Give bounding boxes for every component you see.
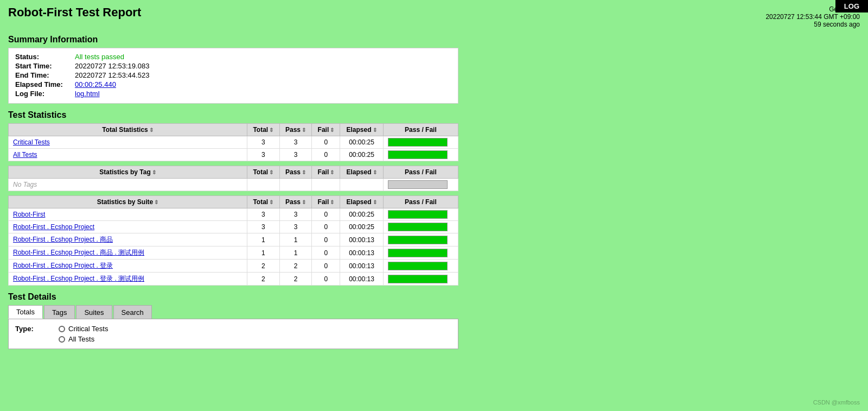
row-elapsed: 00:00:13 [340, 260, 383, 273]
row-name-link[interactable]: Critical Tests [13, 138, 50, 146]
pass-bar [388, 151, 447, 159]
suite-col-fail[interactable]: Fail⇕ [312, 196, 340, 208]
row-elapsed: 00:00:25 [340, 208, 383, 221]
tag-col-elapsed[interactable]: Elapsed⇕ [340, 166, 383, 179]
row-fail: 0 [312, 260, 340, 273]
no-tags-bar [388, 180, 448, 189]
row-total: 2 [247, 260, 280, 273]
total-col-passfail: Pass / Fail [383, 124, 458, 136]
radio-row: All Tests [59, 335, 108, 343]
logfile-row: Log File: log.html [15, 90, 451, 98]
tab-content: Type: Critical Tests All Tests [8, 319, 458, 349]
suite-col-elapsed[interactable]: Elapsed⇕ [340, 196, 383, 208]
suite-col-pass[interactable]: Pass⇕ [279, 196, 312, 208]
tag-col-passfail: Pass / Fail [383, 166, 458, 179]
row-pass: 1 [279, 233, 312, 246]
generated-datetime: 20220727 12:53:44 GMT +09:00 [765, 13, 860, 21]
row-total: 2 [247, 273, 280, 286]
row-total: 1 [247, 233, 280, 246]
pass-bar [388, 138, 447, 146]
start-time-row: Start Time: 20220727 12:53:19.083 [15, 62, 451, 70]
table-row: Robot-First . Ecshop Project . 登录 2 2 0 … [9, 260, 458, 273]
radio-row: Critical Tests [59, 325, 108, 333]
row-name-link[interactable]: Robot-First . Ecshop Project [13, 223, 94, 231]
radio-label: Critical Tests [68, 325, 108, 333]
total-col-name[interactable]: Total Statistics⇕ [9, 124, 247, 136]
generated-ago: 59 seconds ago [765, 21, 860, 28]
row-elapsed: 00:00:13 [340, 246, 383, 260]
end-label: End Time: [15, 71, 75, 79]
row-name-link[interactable]: All Tests [13, 151, 37, 159]
summary-box: Status: All tests passed Start Time: 202… [8, 48, 458, 104]
row-elapsed: 00:00:13 [340, 273, 383, 286]
row-name-link[interactable]: Robot-First . Ecshop Project . 商品 [13, 236, 113, 243]
statistics-heading: Test Statistics [8, 110, 860, 120]
row-fail: 0 [312, 208, 340, 221]
row-fail: 0 [312, 149, 340, 161]
radio-button[interactable] [59, 336, 65, 343]
tab-search[interactable]: Search [113, 305, 152, 319]
row-pass: 1 [279, 246, 312, 260]
tab-tags[interactable]: Tags [44, 305, 75, 319]
pass-fail-bar [388, 262, 448, 270]
pass-bar [388, 249, 447, 257]
row-pass: 2 [279, 273, 312, 286]
row-pass: 2 [279, 260, 312, 273]
elapsed-time-row: Elapsed Time: 00:00:25.440 [15, 80, 451, 88]
row-name-link[interactable]: Robot-First . Ecshop Project . 商品 . 测试用例 [13, 249, 144, 256]
table-row: Robot-First 3 3 0 00:00:25 [9, 208, 458, 221]
tag-statistics-table: Statistics by Tag⇕ Total⇕ Pass⇕ Fail⇕ El… [8, 166, 458, 191]
row-elapsed: 00:00:13 [340, 233, 383, 246]
row-name-link[interactable]: Robot-First . Ecshop Project . 登录 [13, 262, 113, 269]
table-row: Robot-First . Ecshop Project . 商品 1 1 0 … [9, 233, 458, 246]
total-col-total[interactable]: Total⇕ [247, 124, 280, 136]
row-name-link[interactable]: Robot-First . Ecshop Project . 登录 . 测试用例 [13, 275, 144, 282]
total-statistics-table: Total Statistics⇕ Total⇕ Pass⇕ Fail⇕ Ela… [8, 123, 458, 161]
row-total: 1 [247, 246, 280, 260]
summary-heading: Summary Information [8, 35, 860, 45]
table-row: Robot-First . Ecshop Project 3 3 0 00:00… [9, 221, 458, 233]
pass-fail-bar [388, 275, 448, 283]
row-elapsed: 00:00:25 [340, 136, 383, 149]
total-col-fail[interactable]: Fail⇕ [312, 124, 340, 136]
row-fail: 0 [312, 136, 340, 149]
status-value: All tests passed [75, 53, 124, 61]
status-row: Status: All tests passed [15, 53, 451, 61]
row-fail: 0 [312, 246, 340, 260]
suite-col-total[interactable]: Total⇕ [247, 196, 280, 208]
table-row: Robot-First . Ecshop Project . 登录 . 测试用例… [9, 273, 458, 286]
tab-totals[interactable]: Totals [8, 305, 43, 319]
pass-bar [388, 211, 447, 218]
pass-fail-bar [388, 150, 448, 159]
row-total: 3 [247, 221, 280, 233]
suite-col-passfail: Pass / Fail [383, 196, 458, 208]
status-label: Status: [15, 53, 75, 61]
tag-col-pass[interactable]: Pass⇕ [279, 166, 312, 179]
log-button[interactable]: LOG [835, 0, 868, 12]
tabs-bar: TotalsTagsSuitesSearch [8, 305, 860, 319]
tag-col-name[interactable]: Statistics by Tag⇕ [9, 166, 247, 179]
pass-fail-bar [388, 249, 448, 257]
suite-statistics-table: Statistics by Suite⇕ Total⇕ Pass⇕ Fail⇕ … [8, 195, 458, 286]
tag-col-total[interactable]: Total⇕ [247, 166, 280, 179]
tag-col-fail[interactable]: Fail⇕ [312, 166, 340, 179]
row-total: 3 [247, 136, 280, 149]
row-total: 3 [247, 208, 280, 221]
total-col-pass[interactable]: Pass⇕ [279, 124, 312, 136]
end-value: 20220727 12:53:44.523 [75, 71, 149, 79]
radio-button[interactable] [59, 326, 65, 332]
total-col-elapsed[interactable]: Elapsed⇕ [340, 124, 383, 136]
logfile-link[interactable]: log.html [75, 90, 100, 98]
table-row: Robot-First . Ecshop Project . 商品 . 测试用例… [9, 246, 458, 260]
elapsed-label: Elapsed Time: [15, 80, 75, 88]
tab-suites[interactable]: Suites [76, 305, 112, 319]
row-total: 3 [247, 149, 280, 161]
end-time-row: End Time: 20220727 12:53:44.523 [15, 71, 451, 79]
start-label: Start Time: [15, 62, 75, 70]
radio-label: All Tests [68, 335, 94, 343]
row-name-link[interactable]: Robot-First [13, 211, 45, 218]
pass-bar [388, 236, 447, 244]
suite-col-name[interactable]: Statistics by Suite⇕ [9, 196, 247, 208]
row-pass: 3 [279, 149, 312, 161]
elapsed-value: 00:00:25.440 [75, 80, 116, 88]
